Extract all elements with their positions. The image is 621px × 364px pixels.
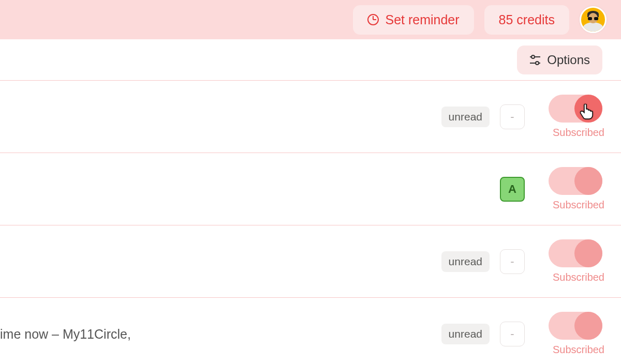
row-meta-group: A (500, 177, 525, 202)
sliders-icon (529, 55, 541, 65)
subscribe-label: Subscribed (553, 199, 604, 211)
grade-placeholder: - (500, 322, 525, 346)
clock-icon (367, 14, 379, 25)
grade-placeholder: - (500, 249, 525, 274)
header-bar: Set reminder 85 credits (0, 0, 621, 39)
subscribe-toggle-wrap: Subscribed (549, 95, 602, 139)
grade-badge: A (500, 177, 525, 202)
list-row: unread-Subscribed (0, 81, 621, 153)
subscribe-toggle[interactable] (549, 312, 602, 340)
credits-button[interactable]: 85 credits (484, 5, 569, 35)
subscribe-toggle[interactable] (549, 95, 602, 123)
set-reminder-button[interactable]: Set reminder (353, 5, 474, 35)
set-reminder-label: Set reminder (385, 12, 459, 27)
subscribe-toggle-wrap: Subscribed (549, 167, 602, 211)
list-row: unread-Subscribed (0, 225, 621, 298)
credits-label: 85 credits (499, 12, 555, 27)
row-meta-group: unread- (441, 104, 525, 129)
grade-placeholder: - (500, 104, 525, 129)
subscribe-toggle-wrap: Subscribed (549, 239, 602, 283)
options-button[interactable]: Options (517, 46, 602, 74)
unread-chip: unread (441, 107, 490, 127)
svg-point-3 (536, 62, 539, 65)
row-meta-group: unread- (441, 249, 525, 274)
options-bar: Options (0, 39, 621, 81)
unread-chip: unread (441, 251, 490, 272)
avatar[interactable] (580, 6, 607, 33)
svg-point-1 (531, 55, 535, 58)
sunglasses-icon (588, 17, 598, 20)
toggle-knob (574, 312, 602, 340)
subscribe-label: Subscribed (553, 344, 604, 356)
list-row: ASubscribed (0, 153, 621, 225)
toggle-knob (574, 95, 602, 123)
toggle-knob (574, 239, 602, 267)
avatar-body (583, 22, 603, 33)
list-row: ime now – My11Circle,unread-Subscribed (0, 298, 621, 364)
subscribe-toggle[interactable] (549, 239, 602, 267)
toggle-knob (574, 167, 602, 195)
subscribe-toggle-wrap: Subscribed (549, 312, 602, 356)
subscribe-toggle[interactable] (549, 167, 602, 195)
options-label: Options (547, 53, 590, 67)
subscribe-label: Subscribed (553, 271, 604, 283)
unread-chip: unread (441, 324, 490, 344)
row-meta-group: unread- (441, 322, 525, 346)
subscribe-label: Subscribed (553, 127, 604, 139)
row-title-partial: ime now – My11Circle, (0, 326, 131, 341)
